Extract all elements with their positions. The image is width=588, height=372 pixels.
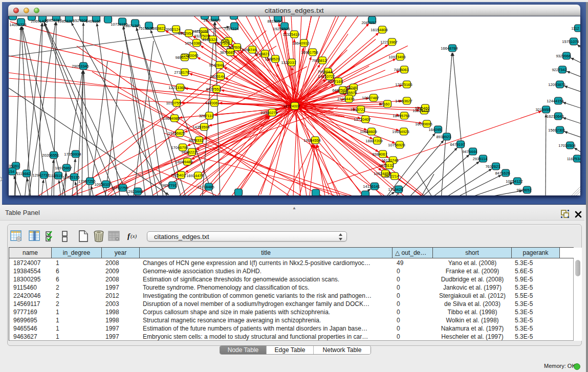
svg-text:16648784: 16648784: [441, 46, 458, 51]
svg-text:2867608: 2867608: [226, 45, 241, 50]
svg-text:15720407: 15720407: [354, 117, 371, 122]
svg-text:11325419: 11325419: [283, 32, 300, 37]
svg-text:23300273: 23300273: [260, 111, 277, 115]
svg-text:6466160: 6466160: [85, 19, 100, 24]
svg-text:23226058: 23226058: [192, 29, 209, 34]
svg-text:7959044: 7959044: [317, 70, 332, 74]
svg-text:19166825: 19166825: [168, 131, 185, 136]
svg-text:18495758: 18495758: [393, 114, 409, 118]
svg-text:12375165: 12375165: [395, 82, 412, 87]
svg-text:16914479: 16914479: [186, 173, 203, 178]
svg-text:8912954: 8912954: [178, 31, 193, 36]
svg-text:19654985: 19654985: [163, 116, 180, 121]
svg-text:9277169: 9277169: [328, 79, 342, 84]
svg-text:12213363: 12213363: [168, 85, 185, 90]
svg-text:9384067: 9384067: [372, 152, 387, 157]
svg-text:18807209: 18807209: [365, 139, 382, 143]
svg-text:16120746: 16120746: [381, 158, 398, 163]
svg-text:2087652: 2087652: [361, 20, 376, 25]
svg-text:29053346: 29053346: [72, 64, 89, 69]
svg-text:7632621: 7632621: [485, 164, 500, 169]
svg-text:1588520: 1588520: [265, 57, 279, 61]
svg-text:15718485: 15718485: [197, 185, 214, 189]
svg-text:12213967: 12213967: [380, 40, 397, 45]
svg-text:9227342: 9227342: [552, 68, 567, 72]
svg-text:9242848: 9242848: [209, 63, 224, 68]
svg-text:17957255: 17957255: [78, 179, 95, 184]
svg-text:19654923: 19654923: [392, 129, 409, 134]
svg-text:17046798: 17046798: [171, 145, 188, 150]
svg-text:10654122: 10654122: [506, 179, 522, 184]
svg-text:2803144: 2803144: [210, 74, 225, 79]
svg-text:8938923: 8938923: [436, 135, 451, 139]
svg-text:14210722: 14210722: [318, 74, 335, 79]
svg-text:2935114: 2935114: [473, 157, 488, 161]
svg-text:989612: 989612: [175, 55, 188, 60]
svg-text:3267110: 3267110: [199, 114, 214, 118]
svg-text:435061: 435061: [9, 164, 19, 168]
svg-text:19218506: 19218506: [273, 27, 290, 31]
svg-text:14353594: 14353594: [192, 125, 209, 129]
svg-text:17016504: 17016504: [558, 143, 575, 148]
svg-text:15692301: 15692301: [548, 128, 565, 133]
svg-text:6479197: 6479197: [450, 142, 465, 147]
svg-text:16210643: 16210643: [547, 114, 563, 119]
svg-text:3875685: 3875685: [220, 50, 234, 55]
svg-text:9857791: 9857791: [162, 183, 177, 188]
svg-text:7663822: 7663822: [150, 26, 165, 31]
svg-text:19384554: 19384554: [303, 138, 320, 143]
svg-text:21364436: 21364436: [337, 97, 354, 101]
svg-text:3215955: 3215955: [535, 107, 550, 112]
svg-text:1114519: 1114519: [48, 173, 62, 178]
svg-text:7625402: 7625402: [170, 173, 185, 178]
svg-text:7955812: 7955812: [312, 58, 326, 63]
svg-text:7485063: 7485063: [394, 68, 408, 72]
svg-text:12942737: 12942737: [32, 173, 49, 178]
svg-text:8471626: 8471626: [495, 171, 510, 176]
svg-text:10973493: 10973493: [388, 55, 405, 59]
svg-text:14463627: 14463627: [395, 99, 412, 103]
svg-text:39154: 39154: [9, 169, 14, 174]
svg-text:16543382: 16543382: [185, 41, 202, 46]
svg-text:12905135: 12905135: [62, 175, 79, 180]
svg-text:1010755: 1010755: [166, 101, 181, 105]
svg-text:9146821: 9146821: [254, 52, 269, 56]
svg-text:1733426: 1733426: [388, 187, 403, 192]
svg-text:18640910: 18640910: [292, 41, 309, 46]
svg-text:9329966: 9329966: [556, 54, 571, 58]
svg-text:9115460: 9115460: [415, 106, 430, 111]
svg-text:16033809: 16033809: [203, 18, 220, 23]
svg-text:16961758: 16961758: [301, 50, 318, 55]
svg-text:2718176: 2718176: [174, 70, 189, 75]
svg-text:17359934: 17359934: [64, 152, 81, 157]
svg-text:2522214: 2522214: [384, 174, 399, 179]
svg-text:10688609: 10688609: [360, 129, 377, 134]
svg-text:9245652: 9245652: [516, 188, 531, 192]
svg-text:8678332: 8678332: [188, 138, 203, 143]
svg-text:14055724: 14055724: [9, 23, 26, 27]
svg-text:12093873: 12093873: [548, 82, 565, 87]
svg-text:1615132: 1615132: [379, 163, 394, 168]
svg-text:(x): (x): [130, 233, 137, 239]
svg-text:9498222: 9498222: [181, 150, 196, 155]
svg-text:1115682: 1115682: [16, 171, 31, 176]
svg-text:10756928: 10756928: [388, 143, 405, 147]
svg-text:12444154: 12444154: [547, 99, 563, 103]
svg-text:746246: 746246: [344, 85, 357, 90]
svg-text:164095: 164095: [428, 127, 441, 132]
svg-text:9474444: 9474444: [462, 149, 477, 154]
svg-text:10975867: 10975867: [55, 166, 72, 170]
svg-text:417006: 417006: [205, 101, 217, 105]
svg-text:18724007: 18724007: [283, 104, 300, 108]
svg-text:8427552: 8427552: [206, 87, 221, 92]
svg-text:7963722: 7963722: [350, 107, 365, 112]
svg-text:10958107: 10958107: [94, 182, 111, 187]
svg-text:16154808: 16154808: [371, 28, 387, 32]
svg-text:10807487: 10807487: [362, 96, 379, 100]
svg-text:15751074: 15751074: [562, 39, 579, 44]
svg-text:7357224: 7357224: [224, 27, 238, 31]
svg-text:1167534: 1167534: [567, 157, 580, 161]
svg-text:16099695: 16099695: [415, 122, 432, 126]
svg-text:18245574: 18245574: [340, 91, 357, 95]
svg-text:20206551: 20206551: [42, 153, 59, 158]
